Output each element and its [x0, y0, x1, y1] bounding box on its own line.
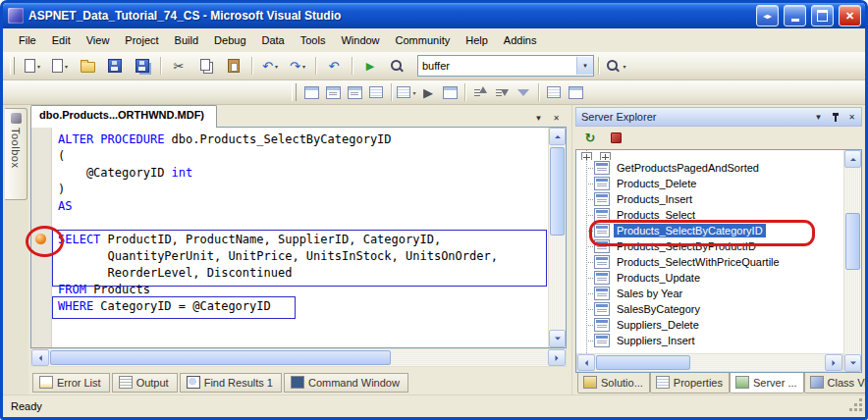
close-panel-button[interactable]: ✕	[844, 110, 859, 124]
minimize-button[interactable]	[784, 5, 806, 26]
code-area[interactable]: ALTER PROCEDURE dbo.Products_SelectByCat…	[52, 128, 548, 347]
sql-editor[interactable]: ALTER PROCEDURE dbo.Products_SelectByCat…	[30, 127, 567, 348]
menu-item-edit[interactable]: Edit	[44, 30, 79, 50]
menu-item-window[interactable]: Window	[333, 30, 387, 50]
tab-class-view[interactable]: Class View	[804, 373, 868, 394]
use-group-by-button[interactable]	[543, 82, 565, 102]
tab-command-window[interactable]: Command Window	[284, 373, 408, 393]
new-project-button[interactable]: ▾	[19, 55, 46, 77]
scrollbar-thumb[interactable]	[550, 147, 565, 236]
scroll-up-button[interactable]	[549, 128, 566, 145]
scroll-left-button[interactable]	[31, 349, 49, 366]
close-button[interactable]: ✕	[839, 5, 861, 26]
tab-error-list[interactable]: Error List	[32, 373, 110, 393]
find-options-button[interactable]: ▾	[603, 55, 630, 77]
resize-grip[interactable]	[850, 399, 864, 413]
tree-item-getproductspagedandsorted[interactable]: GetProductsPagedAndSorted	[576, 160, 843, 176]
tree-item-products-selectbycategoryid[interactable]: Products_SelectByCategoryID	[576, 223, 843, 238]
sort-ascending-button[interactable]	[469, 82, 491, 102]
add-table-button[interactable]	[565, 82, 586, 102]
tree-item-suppliers-insert[interactable]: Suppliers_Insert	[576, 333, 843, 348]
scrollbar-thumb[interactable]	[845, 213, 860, 270]
tab-properties[interactable]: Properties	[650, 373, 730, 394]
editor-horizontal-scrollbar[interactable]	[30, 348, 567, 367]
add-item-button[interactable]: ▾	[46, 55, 74, 77]
menu-item-view[interactable]: View	[79, 30, 118, 50]
expand-icon[interactable]	[600, 152, 611, 160]
menu-item-addins[interactable]: Addins	[496, 30, 545, 50]
tree-item-suppliers-delete[interactable]: Suppliers_Delete	[576, 317, 843, 333]
tree-item-salesbycategory[interactable]: SalesByCategory	[576, 301, 843, 317]
show-diagram-pane-button[interactable]	[300, 82, 322, 102]
scrollbar-track[interactable]	[549, 145, 566, 330]
scroll-down-button[interactable]	[844, 354, 861, 372]
show-results-pane-button[interactable]	[365, 82, 387, 102]
menu-item-data[interactable]: Data	[254, 30, 293, 50]
tab-solutio[interactable]: Solutio...	[577, 373, 650, 394]
tab-output[interactable]: Output	[112, 373, 178, 393]
toolbox-tab[interactable]: Toolbox	[5, 108, 27, 200]
scrollbar-thumb[interactable]	[50, 350, 391, 365]
tree-horizontal-scrollbar[interactable]	[576, 353, 843, 372]
tree-vertical-scrollbar[interactable]	[843, 150, 861, 372]
navigate-backward-button[interactable]: ↶	[320, 55, 348, 77]
window-position-dropdown-button[interactable]: ▼	[811, 110, 826, 124]
maximize-button[interactable]	[811, 5, 834, 26]
scroll-down-button[interactable]	[549, 330, 566, 347]
show-criteria-pane-button[interactable]	[322, 82, 344, 102]
undo-button[interactable]: ↶▾	[256, 55, 284, 77]
menu-item-help[interactable]: Help	[458, 30, 496, 50]
start-debugging-button[interactable]: ▶	[356, 55, 384, 77]
tab-find-results-1[interactable]: Find Results 1	[180, 373, 282, 393]
scrollbar-track[interactable]	[844, 168, 861, 354]
stop-refresh-button[interactable]	[606, 129, 625, 147]
scrollbar-track[interactable]	[595, 354, 825, 371]
expand-icon[interactable]	[581, 152, 592, 160]
combo-dropdown-button[interactable]: ▼	[576, 57, 593, 75]
tree-item-products-update[interactable]: Products_Update	[576, 270, 843, 286]
refresh-button[interactable]: ↻	[580, 129, 600, 147]
tree-item-products-selectwithpricequartile[interactable]: Products_SelectWithPriceQuartile	[576, 254, 843, 270]
breakpoint-glyph[interactable]	[35, 234, 46, 244]
paste-button[interactable]	[220, 55, 247, 77]
tree-item-sales-by-year[interactable]: Sales by Year	[576, 286, 843, 301]
menu-item-debug[interactable]: Debug	[206, 30, 253, 50]
scrollbar-thumb[interactable]	[596, 355, 690, 370]
redo-button[interactable]: ↷▾	[284, 55, 311, 77]
document-tab[interactable]: dbo.Products...ORTHWND.MDF)	[30, 105, 217, 128]
scroll-left-button[interactable]	[577, 354, 595, 371]
find-in-files-button[interactable]	[384, 55, 411, 77]
toolbar-grip[interactable]	[292, 83, 297, 101]
document-list-dropdown-button[interactable]: ▼	[531, 111, 546, 125]
menu-item-tools[interactable]: Tools	[293, 30, 334, 50]
scroll-right-button[interactable]	[825, 354, 842, 371]
menu-item-community[interactable]: Community	[388, 30, 459, 50]
tree-item-products-select[interactable]: Products_Select	[576, 207, 843, 223]
show-sql-pane-button[interactable]	[344, 82, 365, 102]
server-explorer-tree[interactable]: GetProductsPagedAndSortedProducts_Delete…	[575, 149, 862, 373]
find-combo[interactable]: ▼	[417, 55, 594, 77]
tree-item-products-delete[interactable]: Products_Delete	[576, 176, 843, 191]
verify-sql-button[interactable]	[439, 82, 461, 102]
remove-filter-button[interactable]	[513, 82, 534, 102]
close-document-button[interactable]: ✕	[549, 111, 564, 125]
server-explorer-titlebar[interactable]: Server Explorer ▼ ✕	[575, 107, 862, 127]
open-file-button[interactable]	[74, 55, 101, 77]
find-combo-input[interactable]	[418, 59, 576, 73]
tree-item-products-selectbyproductid[interactable]: Products_SelectByProductID	[576, 238, 843, 254]
cut-button[interactable]: ✂	[165, 55, 192, 77]
copy-button[interactable]	[192, 55, 220, 77]
window-arrows-button[interactable]: ◂▸	[756, 5, 779, 26]
tab-server[interactable]: Server ...	[730, 373, 804, 394]
save-all-button[interactable]	[129, 55, 156, 77]
titlebar[interactable]: ASPNET_Data_Tutorial_74_CS - Microsoft V…	[3, 3, 865, 28]
change-query-type-button[interactable]: ▾	[396, 82, 417, 102]
menu-item-project[interactable]: Project	[117, 30, 166, 50]
scrollbar-track[interactable]	[49, 349, 548, 366]
scroll-right-button[interactable]	[548, 349, 566, 366]
sort-descending-button[interactable]	[491, 82, 513, 102]
editor-vertical-scrollbar[interactable]	[548, 128, 566, 347]
tree-item-products-insert[interactable]: Products_Insert	[576, 191, 843, 207]
menu-item-build[interactable]: Build	[167, 30, 206, 50]
toolbar-grip[interactable]	[10, 57, 15, 75]
